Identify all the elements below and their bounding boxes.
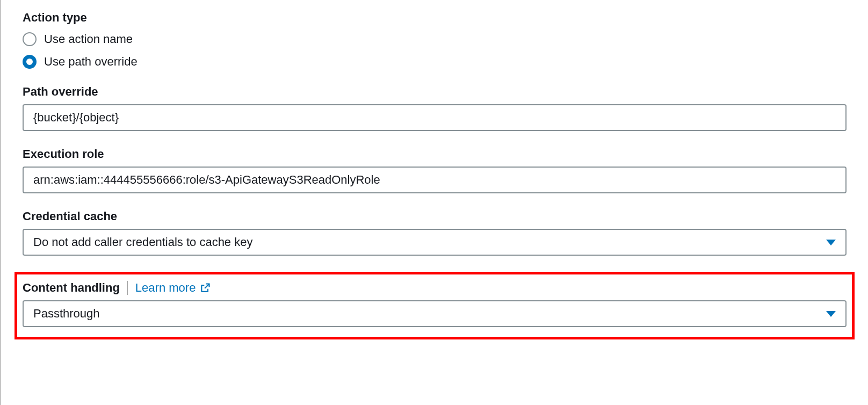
execution-role-input[interactable] (23, 167, 847, 193)
content-handling-select[interactable]: Passthrough (23, 300, 847, 327)
content-handling-label: Content handling (23, 281, 120, 295)
radio-label: Use path override (44, 55, 138, 69)
radio-label: Use action name (44, 32, 133, 46)
path-override-label: Path override (23, 85, 847, 99)
execution-role-label: Execution role (23, 147, 847, 161)
credential-cache-value: Do not add caller credentials to cache k… (33, 235, 252, 249)
external-link-icon (200, 283, 211, 293)
chevron-down-icon (826, 311, 836, 317)
radio-use-path-override[interactable]: Use path override (23, 55, 847, 69)
radio-use-action-name[interactable]: Use action name (23, 32, 847, 46)
credential-cache-label: Credential cache (23, 209, 847, 223)
divider (127, 281, 128, 295)
path-override-group: Path override (23, 85, 847, 131)
path-override-input[interactable] (23, 104, 847, 131)
action-type-label: Action type (23, 11, 847, 25)
action-type-group: Action type Use action name Use path ove… (23, 11, 847, 69)
learn-more-text: Learn more (135, 281, 196, 295)
radio-icon (23, 55, 37, 69)
action-type-radio-group: Use action name Use path override (23, 32, 847, 69)
credential-cache-select[interactable]: Do not add caller credentials to cache k… (23, 229, 847, 256)
content-handling-label-row: Content handling Learn more (23, 281, 847, 295)
content-handling-group: Content handling Learn more Passthrough (15, 272, 855, 339)
chevron-down-icon (826, 240, 836, 245)
content-handling-value: Passthrough (33, 307, 100, 321)
radio-icon (23, 32, 37, 46)
execution-role-group: Execution role (23, 147, 847, 193)
learn-more-link[interactable]: Learn more (135, 281, 211, 295)
credential-cache-group: Credential cache Do not add caller crede… (23, 209, 847, 256)
